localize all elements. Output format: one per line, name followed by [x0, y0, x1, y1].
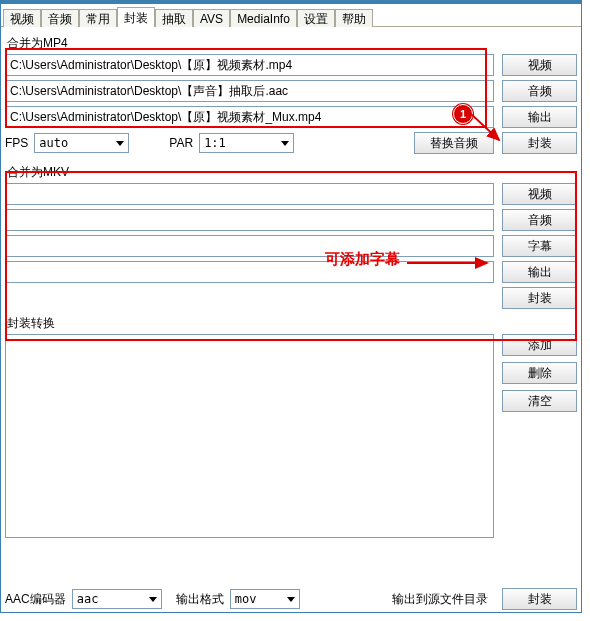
tab-avs[interactable]: AVS [193, 9, 230, 27]
tab-mux[interactable]: 封装 [117, 7, 155, 27]
chevron-down-icon [281, 141, 289, 146]
mkv-audio-input[interactable] [5, 209, 494, 231]
par-value: 1:1 [204, 136, 226, 150]
mkv-section-title: 合并为MKV [7, 164, 577, 181]
bottom-mux-button[interactable]: 封装 [502, 588, 577, 610]
chevron-down-icon [116, 141, 124, 146]
chevron-down-icon [149, 597, 157, 602]
mkv-output-button[interactable]: 输出 [502, 261, 577, 283]
fps-select[interactable]: auto [34, 133, 129, 153]
mkv-output-input[interactable] [5, 261, 494, 283]
par-select[interactable]: 1:1 [199, 133, 294, 153]
tab-extract[interactable]: 抽取 [155, 9, 193, 27]
output-format-value: mov [235, 592, 257, 606]
tab-bar: 视频 音频 常用 封装 抽取 AVS MediaInfo 设置 帮助 [1, 4, 581, 27]
tab-video[interactable]: 视频 [3, 9, 41, 27]
mkv-video-button[interactable]: 视频 [502, 183, 577, 205]
chevron-down-icon [287, 597, 295, 602]
mp4-mux-button[interactable]: 封装 [502, 132, 577, 154]
aac-encoder-select[interactable]: aac [72, 589, 162, 609]
container-file-list[interactable] [5, 334, 494, 538]
mkv-subtitle-button[interactable]: 字幕 [502, 235, 577, 257]
mp4-output-input[interactable]: C:\Users\Administrator\Desktop\【原】视频素材_M… [5, 106, 494, 128]
fps-value: auto [39, 136, 68, 150]
fps-label: FPS [5, 136, 28, 150]
mp4-audio-button[interactable]: 音频 [502, 80, 577, 102]
clear-button[interactable]: 清空 [502, 390, 577, 412]
mkv-audio-button[interactable]: 音频 [502, 209, 577, 231]
mp4-output-button[interactable]: 输出 [502, 106, 577, 128]
tab-common[interactable]: 常用 [79, 9, 117, 27]
mp4-section-title: 合并为MP4 [7, 35, 577, 52]
add-button[interactable]: 添加 [502, 334, 577, 356]
mp4-video-button[interactable]: 视频 [502, 54, 577, 76]
tab-settings[interactable]: 设置 [297, 9, 335, 27]
mkv-mux-button[interactable]: 封装 [502, 287, 577, 309]
delete-button[interactable]: 删除 [502, 362, 577, 384]
mp4-audio-input[interactable]: C:\Users\Administrator\Desktop\【声音】抽取后.a… [5, 80, 494, 102]
mp4-video-input[interactable]: C:\Users\Administrator\Desktop\【原】视频素材.m… [5, 54, 494, 76]
aac-encoder-value: aac [77, 592, 99, 606]
tab-mediainfo[interactable]: MediaInfo [230, 9, 297, 27]
tab-audio[interactable]: 音频 [41, 9, 79, 27]
output-format-label: 输出格式 [176, 591, 224, 608]
mkv-subtitle-input[interactable] [5, 235, 494, 257]
tab-help[interactable]: 帮助 [335, 9, 373, 27]
container-section-title: 封装转换 [7, 315, 577, 332]
replace-audio-button[interactable]: 替换音频 [414, 132, 494, 154]
output-format-select[interactable]: mov [230, 589, 300, 609]
par-label: PAR [169, 136, 193, 150]
output-to-source-dir-label: 输出到源文件目录 [392, 591, 488, 608]
mkv-video-input[interactable] [5, 183, 494, 205]
aac-encoder-label: AAC编码器 [5, 591, 66, 608]
bottom-bar: AAC编码器 aac 输出格式 mov 输出到源文件目录 封装 [1, 586, 581, 612]
